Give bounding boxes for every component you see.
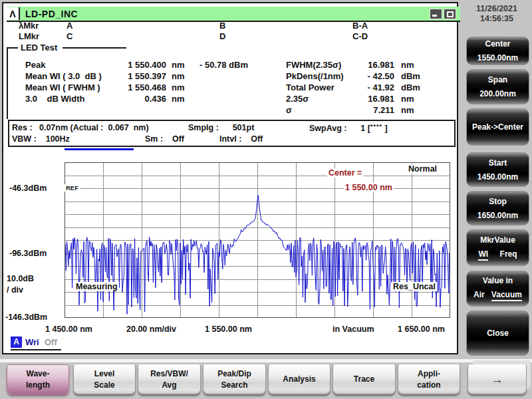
trace-letter-badge: A <box>11 336 22 348</box>
result-value: 1 550.397 <box>106 71 166 81</box>
value-in-air-option[interactable]: Air <box>473 290 485 301</box>
fnkey-res-vbw-avg[interactable]: Res/VBW/ Avg <box>138 364 201 394</box>
result-value: 1 550.468 <box>106 82 166 92</box>
marker-value-wl-option[interactable]: WI <box>478 249 488 261</box>
y-axis-ref-label: -46.3dBm <box>9 184 47 193</box>
result-unit: nm <box>401 60 414 70</box>
result-unit: nm <box>172 82 185 92</box>
result-peak-level: - 50.78 dBm <box>200 60 248 70</box>
smooth-setting: Sm : Off <box>145 134 184 144</box>
result-unit: nm <box>401 105 414 115</box>
result-unit: nm <box>172 94 185 104</box>
result-label: PkDens(/1nm) <box>286 71 344 81</box>
result-label: Total Power <box>286 82 334 92</box>
result-label: Peak <box>25 60 45 70</box>
marker-row-label: λMkr <box>19 21 39 31</box>
vbw-setting: VBW : 100Hz <box>12 134 70 144</box>
app-logo-icon: Λ <box>7 7 20 20</box>
fnkey-level-scale[interactable]: Level Scale <box>73 364 136 394</box>
marker-b-label: B <box>219 21 225 31</box>
minimize-button[interactable] <box>430 9 442 19</box>
x-axis-start-label: 1 450.00 nm <box>45 325 92 334</box>
result-value: 7.211 <box>336 105 394 115</box>
trace-write-mode: Wri <box>25 337 39 347</box>
led-test-rule-side <box>7 47 8 119</box>
marker-c-label: C <box>66 31 72 41</box>
fnkey-analysis[interactable]: Analysis <box>268 364 331 394</box>
sampling-setting: Smplg : 501pt <box>188 123 254 132</box>
result-unit: dBm <box>401 82 420 92</box>
fnkey-more-arrow[interactable]: → <box>467 364 527 394</box>
result-value: - 42.50 <box>336 71 394 81</box>
minimize-icon <box>432 15 437 17</box>
titlebar: Λ LD-PD_INC <box>7 7 460 22</box>
result-label: σ <box>286 105 292 115</box>
res-setting: Res : 0.07nm (Actual : 0.067 nm) <box>12 123 149 132</box>
result-unit: nm <box>172 71 185 81</box>
sweep-average-setting: SwpAvg : 1 [**** ] <box>309 123 388 133</box>
result-label: FWHM(2.35σ) <box>286 60 341 70</box>
fnkey-application[interactable]: Appli- cation <box>398 364 460 394</box>
x-axis-center-label: 1 550.00 nm <box>205 325 252 334</box>
marker-row-label: LMkr <box>19 31 39 41</box>
softkey-value-in[interactable]: Value in Air Vacuum <box>466 271 529 307</box>
fnkey-wavelength[interactable]: Wave- length <box>7 364 69 394</box>
value-in-vacuum-option[interactable]: Vacuum <box>491 290 522 301</box>
result-unit: nm <box>401 94 414 104</box>
result-value: 16.981 <box>336 60 394 70</box>
marker-value-freq-option[interactable]: Freq <box>500 249 517 261</box>
fnkey-trace[interactable]: Trace <box>332 364 396 394</box>
softkey-center[interactable]: Center 1550.00nm <box>466 37 529 65</box>
marker-d-label: D <box>219 31 225 41</box>
y-scale-unit-label: / div <box>7 285 23 295</box>
screen: { "titlebar": { "logo": "Λ", "title": "L… <box>0 0 532 399</box>
result-value: 0.436 <box>106 94 166 104</box>
center-annotation-line1: Center = <box>327 168 363 178</box>
softkey-marker-value[interactable]: MkrValue WI Freq <box>466 229 529 266</box>
result-unit: nm <box>172 60 185 70</box>
result-value: 16.981 <box>336 94 394 104</box>
result-label: Mean WI ( 3.0 dB ) <box>25 71 102 81</box>
time-label: 14:56:35 <box>464 14 529 24</box>
res-uncal-status: Res_Uncal <box>392 282 437 291</box>
softkey-span[interactable]: Span 200.00nm <box>466 69 529 104</box>
result-label: Mean WI ( FWHM ) <box>25 82 100 92</box>
result-label: 2.35σ <box>286 94 309 104</box>
center-annotation-line2: 1 550.00 nm <box>344 183 394 192</box>
fnkey-peak-dip-search[interactable]: Peak/Dip Search <box>203 364 266 394</box>
marker-ba-label: B-A <box>352 21 368 31</box>
x-axis-stop-label: 1 650.00 nm <box>398 325 445 334</box>
x-axis-medium-label: in Vacuum <box>332 325 374 334</box>
bottom-separator <box>0 359 532 362</box>
softkey-close[interactable]: Close <box>466 311 529 356</box>
marker-cd-label: C-D <box>352 31 368 41</box>
measuring-status: Measuring <box>74 282 119 291</box>
marker-a-label: A <box>66 21 72 31</box>
led-test-rule-right <box>63 47 126 49</box>
datetime-display: 11/26/2021 14:56:35 <box>464 4 529 24</box>
softkey-start[interactable]: Start 1450.00nm <box>466 152 529 187</box>
led-test-rule-left <box>7 47 18 49</box>
y-axis-bottom-label: -146.3dBm <box>5 313 47 322</box>
date-label: 11/26/2021 <box>464 4 529 14</box>
average-progress-stars: **** <box>370 123 382 130</box>
trace-mode-label: Normal <box>407 164 438 174</box>
result-value: 1 550.400 <box>106 60 166 70</box>
y-scale-label: 10.0dB <box>7 274 34 283</box>
maximize-icon <box>447 11 454 17</box>
x-axis-scale-label: 20.00 nm/div <box>126 325 176 334</box>
y-axis-mid-label: -96.3dBm <box>9 249 47 258</box>
result-label: 3.0 dB Width <box>25 94 84 104</box>
trace-off-state: Off <box>45 337 57 347</box>
result-value: - 41.92 <box>336 82 394 92</box>
result-unit: dBm <box>401 71 420 81</box>
arrow-right-icon: → <box>468 374 526 385</box>
window-title: LD-PD_INC <box>20 9 78 19</box>
softkey-peak-to-center[interactable]: Peak->Center <box>466 108 529 146</box>
maximize-button[interactable] <box>444 9 456 19</box>
ref-level-label: REF <box>65 184 80 192</box>
trace-indicator-underline <box>11 349 61 350</box>
softkey-stop[interactable]: Stop 1650.00nm <box>466 191 529 225</box>
led-test-section-title: LED Test <box>21 43 57 53</box>
sweep-progress-bar <box>65 148 134 150</box>
